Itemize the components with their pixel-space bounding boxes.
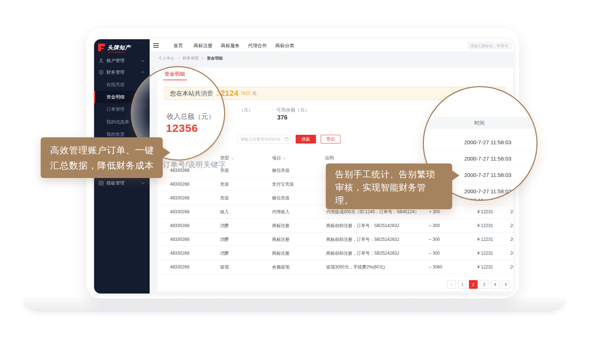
breadcrumb-item[interactable]: 财务管理 — [183, 56, 199, 60]
logo-icon — [98, 44, 105, 51]
search-button[interactable]: 搜索 — [296, 135, 316, 143]
pagination: ‹ 1 2 3 4 5 — [447, 280, 510, 289]
nav-trademark-category[interactable]: 商标分类 — [275, 39, 294, 52]
table-row[interactable]: 48330268 消费 商标注册 商标自助注册，订单号：SB2514263J –… — [157, 219, 513, 232]
pagination-page-1[interactable]: 1 — [458, 280, 467, 289]
table-row[interactable]: 48330268 消费 商标注册 商标自助注册，订单号：SB2514263J –… — [157, 246, 513, 260]
table-row[interactable]: 48330268 消费 商标注册 商标自助注册，订单号：SB2514263J –… — [157, 232, 513, 246]
divider — [424, 150, 538, 150]
pagination-page-4[interactable]: 4 — [491, 280, 499, 289]
chevron-up-icon — [141, 71, 144, 74]
finance-icon — [99, 70, 104, 75]
time-column-header-band: 时间 — [424, 117, 538, 129]
time-cell: 2000-7-27 11:58:03 — [464, 172, 511, 178]
column-header-project[interactable]: 项目 — [272, 155, 285, 161]
calendar-icon[interactable] — [285, 137, 288, 141]
nav-home[interactable]: 首页 — [174, 39, 183, 52]
time-cell: 2000-7-27 11:58:03 — [464, 155, 511, 162]
callout-right: 告别手工统计、告别繁琐 审核，实现智能财务管 理。 — [326, 163, 452, 209]
stat-balance-label: 可用余额（元） — [276, 107, 309, 113]
menu-icon[interactable] — [153, 43, 159, 48]
breadcrumb-item[interactable]: 个人中心 — [158, 56, 174, 60]
time-query-input[interactable] — [237, 135, 290, 143]
banner-amount-secondary: 7820 — [240, 91, 250, 96]
callout-tail-icon — [451, 170, 459, 181]
time-cell: 2000-7-27 11:58:03 — [464, 188, 511, 194]
chevron-down-icon — [141, 59, 144, 62]
callout-left: 高效管理账户订单、一键 汇总数据，降低财务成本 — [41, 137, 163, 178]
pagination-page-3[interactable]: 3 — [480, 280, 489, 289]
sidebar-item-finance[interactable]: 财务管理 — [94, 66, 150, 78]
logo-text: 头牌知产 — [108, 44, 131, 51]
logo-subtitle-marks — [108, 52, 125, 53]
breadcrumb-current: 资金明细 — [207, 56, 223, 60]
marketing-mockup-stage: 头牌知产 账户管理 财务管理 — [0, 0, 616, 364]
breadcrumb: 个人中心 > 财务管理 > 资金明细 — [158, 56, 223, 61]
nav-agent-cooperation[interactable]: 代理合作 — [248, 39, 267, 52]
time-column-header: 时间 — [474, 120, 485, 126]
pagination-page-2-active[interactable]: 2 — [469, 280, 478, 289]
stat-expense-label-partial: （元） — [239, 107, 253, 113]
user-icon — [99, 58, 104, 63]
pagination-page-5[interactable]: 5 — [502, 280, 510, 289]
stat-balance-value: 376 — [277, 114, 287, 121]
trademark-search-input[interactable] — [467, 42, 512, 50]
export-button[interactable]: 导出 — [321, 135, 340, 143]
pagination-prev-button[interactable]: ‹ — [447, 280, 456, 289]
top-navbar: 首页 商标注册 商标服务 代理合作 商标分类 — [150, 39, 513, 52]
chevron-down-icon — [231, 157, 234, 159]
chevron-down-icon — [141, 181, 144, 184]
time-cell: 2000-7-27 11:58:03 — [464, 139, 511, 145]
chevron-down-icon — [283, 157, 285, 159]
divider — [272, 106, 272, 122]
banner-unit: 元 — [252, 90, 256, 97]
sidebar-item-templates[interactable]: 模板管理 — [94, 177, 150, 189]
column-header-desc: 说明 — [325, 155, 334, 161]
nav-trademark-register[interactable]: 商标注册 — [194, 39, 212, 52]
template-icon — [99, 181, 104, 186]
callout-tail-icon — [162, 147, 170, 158]
nav-trademark-service[interactable]: 商标服务 — [221, 39, 240, 52]
table-row[interactable]: 48330268 提现 余额提现 提现3000元，手续费2%(60元) – 30… — [157, 260, 513, 274]
sidebar-item-account[interactable]: 账户管理 — [94, 54, 150, 67]
laptop-base — [23, 298, 565, 312]
